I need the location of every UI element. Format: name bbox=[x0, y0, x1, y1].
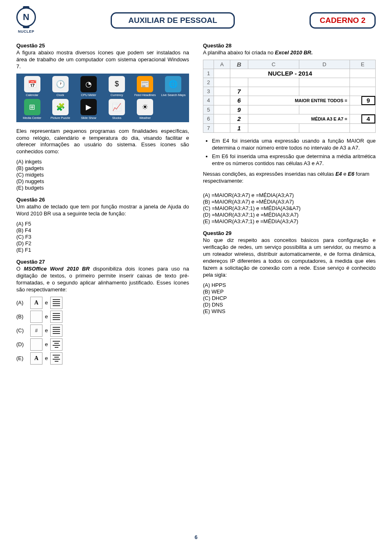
gadget-slideshow: ▶Slide Show bbox=[74, 99, 102, 120]
q28-text2: Nessas condições, as expressões inserida… bbox=[203, 171, 376, 185]
slideshow-icon: ▶ bbox=[80, 99, 97, 115]
q26-option: (E) F1 bbox=[16, 247, 189, 253]
sheet-col-header: D bbox=[299, 60, 350, 69]
sheet-col-header: E bbox=[350, 60, 376, 69]
q28-bold: Excel 2010 BR. bbox=[275, 49, 313, 56]
gadget-label: Live Search Maps bbox=[161, 94, 185, 97]
page-number: 6 bbox=[194, 534, 197, 540]
booklet-label: CADERNO 2 bbox=[310, 12, 376, 29]
q25-option: (D) nuggets bbox=[16, 178, 189, 184]
gadget-label: Feed Headlines bbox=[134, 94, 156, 97]
q27-opt-label: (B) bbox=[16, 313, 28, 320]
q28-options: (A) =MAIOR(A3:A7) e =MÉDIA(A3;A7) (B) =M… bbox=[203, 192, 376, 224]
textbox-icon bbox=[30, 352, 42, 365]
q27-sep: e bbox=[45, 341, 48, 347]
q28-bullet: Em E4 foi inserida uma expressão usando … bbox=[212, 138, 376, 152]
q27-text: O MSOffice Word 2010 BR disponibiliza do… bbox=[16, 266, 189, 293]
sheet-corner bbox=[203, 60, 214, 69]
sheet-row-header: 6 bbox=[203, 114, 214, 123]
gadget-label: Slide Show bbox=[81, 116, 96, 120]
sheet-cell: 6 bbox=[230, 96, 248, 105]
gadget-label: Media Center bbox=[23, 116, 41, 120]
gadget-puzzle: 🧩Picture Puzzle bbox=[46, 99, 74, 120]
q27-option-b: (B) e bbox=[16, 311, 189, 323]
question-27: Questão 27 O MSOffice Word 2010 BR dispo… bbox=[16, 259, 189, 365]
q25-option: (E) budgets bbox=[16, 185, 189, 191]
gadget-stocks: 📈Stocks bbox=[102, 99, 131, 120]
gadget-feed: 📰Feed Headlines bbox=[131, 76, 159, 97]
cpu-meter-icon: ◔ bbox=[80, 76, 97, 92]
sheet-cell: 9 bbox=[230, 105, 248, 114]
gadget-cpumeter: ◔CPU Meter bbox=[74, 76, 102, 97]
q26-option: (A) F5 bbox=[16, 221, 189, 227]
q27-sep: e bbox=[45, 327, 48, 333]
align-center-icon bbox=[50, 338, 62, 351]
logo-label: NUCLEP bbox=[18, 29, 34, 34]
feed-icon: 📰 bbox=[137, 76, 153, 92]
align-justify-icon bbox=[50, 324, 62, 337]
align-justify-icon bbox=[50, 297, 62, 309]
calendar-icon: 📅 bbox=[24, 76, 40, 92]
q29-text: No que diz respeito aos conceitos básico… bbox=[203, 237, 376, 278]
excel-sheet: A B C D E 1 NUCLEP - 2014 2 37 4 6 M bbox=[203, 60, 376, 133]
sheet-row-header: 3 bbox=[203, 87, 214, 96]
gadget-label: Currency bbox=[111, 94, 123, 97]
right-column: Questão 28 A planilha abaixo foi criada … bbox=[203, 43, 376, 370]
q25-option: (C) midgets bbox=[16, 172, 189, 178]
q28-pre: A planilha abaixo foi criada no bbox=[203, 49, 275, 56]
q27-opt-label: (D) bbox=[16, 341, 28, 347]
q28-option: (E) =MAIOR(A3:A7;1) e =MÉDIA(A3;A7) bbox=[203, 218, 376, 224]
q27-opt-label: (A) bbox=[16, 300, 28, 306]
question-29: Questão 29 No que diz respeito aos conce… bbox=[203, 230, 376, 314]
sheet-title: NUCLEP - 2014 bbox=[230, 69, 350, 78]
q28-option: (D) =MAIOR(A3:A7;1) e =MÉDIA(A3:A7) bbox=[203, 212, 376, 218]
sheet-result: 9 bbox=[361, 96, 375, 105]
q26-text: Um atalho de teclado que tem por função … bbox=[16, 204, 189, 217]
stocks-icon: 📈 bbox=[109, 99, 125, 115]
q27-sep: e bbox=[45, 355, 48, 361]
sheet-cell: 1 bbox=[230, 123, 248, 132]
q26-options: (A) F5 (B) F4 (C) F3 (D) F2 (E) F1 bbox=[16, 221, 189, 253]
q25-title: Questão 25 bbox=[16, 43, 189, 49]
align-center-icon bbox=[50, 352, 62, 365]
gadget-label: Picture Puzzle bbox=[51, 116, 70, 120]
q29-option: (B) WEP bbox=[203, 289, 376, 295]
q27-option-c: (C) e bbox=[16, 324, 189, 337]
gadget-label: Clock bbox=[56, 94, 64, 97]
q25-text2: Eles representam pequenos programas com … bbox=[16, 128, 189, 156]
clock-icon: 🕐 bbox=[52, 76, 69, 92]
q27-pre: O bbox=[16, 266, 24, 272]
q29-options: (A) HPPS (B) WEP (C) DHCP (D) DNS (E) WI… bbox=[203, 282, 376, 314]
q29-title: Questão 29 bbox=[203, 230, 376, 236]
q28-option: (C) =MAIOR(A3:A7;1) e =MÉDIA(A3&A7) bbox=[203, 205, 376, 211]
gadget-panel: 📅Calendar 🕐Clock ◔CPU Meter $Currency 📰F… bbox=[16, 74, 189, 122]
q27-bold: MSOffice Word 2010 BR bbox=[24, 266, 89, 272]
sheet-col-header: B bbox=[230, 60, 248, 69]
sheet-row-header: 5 bbox=[203, 105, 214, 114]
question-28: Questão 28 A planilha abaixo foi criada … bbox=[203, 43, 376, 224]
pagenumber-icon bbox=[30, 324, 42, 337]
q27-opt-label: (E) bbox=[16, 355, 28, 361]
q28-option: (A) =MAIOR(A3:A7) e =MÉDIA(A3;A7) bbox=[203, 192, 376, 198]
q28-e6: E6 bbox=[348, 171, 354, 177]
weather-icon: ☀ bbox=[137, 99, 153, 115]
sheet-result: 4 bbox=[361, 114, 375, 123]
q29-option: (D) DNS bbox=[203, 302, 376, 308]
q25-option: (B) gadgets bbox=[16, 165, 189, 171]
q27-option-a: (A) e bbox=[16, 297, 189, 309]
q29-option: (A) HPPS bbox=[203, 282, 376, 288]
q26-option: (B) F4 bbox=[16, 227, 189, 233]
q27-title: Questão 27 bbox=[16, 259, 189, 265]
gadget-label: CPU Meter bbox=[81, 94, 96, 97]
gadget-maps: 🌐Live Search Maps bbox=[159, 76, 187, 97]
q28-bullet: Em E6 foi inserida uma expressão que det… bbox=[212, 153, 376, 167]
sheet-row-header: 2 bbox=[203, 78, 214, 87]
media-center-icon: ⊞ bbox=[24, 99, 40, 115]
gadget-clock: 🕐Clock bbox=[46, 76, 74, 97]
currency-icon: $ bbox=[109, 76, 125, 92]
sheet-col-header: A bbox=[214, 60, 230, 69]
q28-e4: E4 bbox=[335, 171, 342, 177]
q28-title: Questão 28 bbox=[203, 43, 376, 49]
q25-options: (A) inkgets (B) gadgets (C) midgets (D) … bbox=[16, 159, 189, 191]
q27-option-d: (D) e bbox=[16, 338, 189, 351]
